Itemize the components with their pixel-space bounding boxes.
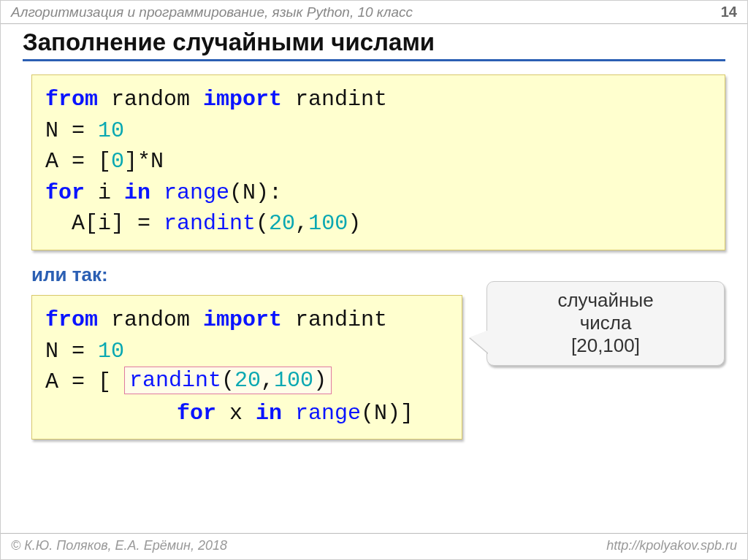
code-text: ( bbox=[221, 368, 234, 393]
code-line: N = 10 bbox=[45, 115, 711, 147]
code-text: A[i] bbox=[45, 211, 124, 236]
code-text: N bbox=[45, 118, 58, 143]
code-text: x bbox=[216, 401, 256, 426]
code-text bbox=[45, 401, 177, 426]
code-line: for x in range(N)] bbox=[45, 398, 449, 429]
code-text: , bbox=[261, 368, 274, 393]
num: 0 bbox=[111, 149, 124, 174]
num: 20 bbox=[269, 211, 295, 236]
code-text: randint bbox=[282, 307, 387, 332]
code-text: (N): bbox=[229, 180, 282, 205]
code-text: ) bbox=[313, 368, 327, 393]
code-text: ) bbox=[348, 211, 361, 236]
code-text: ]*N bbox=[124, 149, 164, 174]
callout-bubble: случайные числа [20,100] bbox=[486, 281, 725, 366]
code-text bbox=[150, 180, 164, 205]
topbar: Алгоритмизация и программирование, язык … bbox=[1, 1, 747, 22]
fn-range: range bbox=[164, 180, 229, 205]
kw-in: in bbox=[124, 180, 150, 205]
num: 100 bbox=[308, 211, 348, 236]
code-line: for i in range(N): bbox=[45, 177, 711, 209]
fn-randint: randint bbox=[164, 211, 256, 236]
code-text: = bbox=[124, 211, 164, 236]
code-line: A[i] = randint(20,100) bbox=[45, 208, 711, 239]
code-line: A = [0]*N bbox=[45, 146, 711, 177]
kw-for: for bbox=[45, 180, 85, 205]
kw-from: from bbox=[45, 87, 98, 112]
code-block-2-wrap: from random import randint N = 10 A = [ … bbox=[23, 295, 725, 440]
code-line: from random import randint bbox=[45, 304, 449, 336]
kw-for: for bbox=[177, 401, 216, 426]
code-text bbox=[282, 401, 295, 426]
code-line: N = 10 bbox=[45, 336, 449, 367]
code-text: random bbox=[98, 87, 203, 112]
code-text: (N)] bbox=[361, 401, 413, 426]
kw-import: import bbox=[203, 307, 282, 332]
num: 10 bbox=[98, 118, 124, 143]
kw-in: in bbox=[256, 401, 282, 426]
footer: © К.Ю. Поляков, Е.А. Ерёмин, 2018 http:/… bbox=[1, 533, 747, 559]
callout-line: случайные bbox=[495, 289, 717, 312]
content: Заполнение случайными числами from rando… bbox=[1, 24, 747, 533]
code-block-1: from random import randint N = 10 A = [0… bbox=[31, 74, 725, 250]
code-text: randint bbox=[282, 87, 387, 112]
code-text: = bbox=[58, 118, 98, 143]
inline-highlight: randint(20,100) bbox=[124, 367, 332, 394]
code-text: , bbox=[295, 211, 308, 236]
code-text: N bbox=[45, 339, 58, 364]
code-text: random bbox=[98, 307, 203, 332]
code-text: = bbox=[58, 339, 98, 364]
fn-range: range bbox=[295, 401, 361, 426]
callout-line: числа bbox=[495, 312, 717, 334]
num: 100 bbox=[274, 368, 313, 393]
footer-copyright: © К.Ю. Поляков, Е.А. Ерёмин, 2018 bbox=[11, 538, 227, 553]
code-text: A bbox=[45, 369, 58, 394]
callout-tail-icon bbox=[470, 330, 489, 353]
page-number: 14 bbox=[721, 4, 737, 20]
code-text: i bbox=[85, 180, 124, 205]
fn-randint: randint bbox=[129, 368, 221, 393]
callout-line: [20,100] bbox=[495, 334, 717, 357]
slide: Алгоритмизация и программирование, язык … bbox=[0, 0, 748, 560]
page-title: Заполнение случайными числами bbox=[23, 28, 725, 61]
code-text: A bbox=[45, 149, 58, 174]
code-line: A = [ randint(20,100) bbox=[45, 367, 449, 398]
code-text: ( bbox=[256, 211, 269, 236]
code-line: from random import randint bbox=[45, 84, 711, 115]
breadcrumb: Алгоритмизация и программирование, язык … bbox=[11, 4, 413, 20]
code-text: = [ bbox=[58, 149, 111, 174]
code-block-2: from random import randint N = 10 A = [ … bbox=[31, 295, 462, 440]
code-text: = [ bbox=[58, 369, 124, 394]
kw-from: from bbox=[45, 307, 98, 332]
kw-import: import bbox=[203, 87, 282, 112]
num: 20 bbox=[234, 368, 261, 393]
num: 10 bbox=[98, 339, 124, 364]
footer-url: http://kpolyakov.spb.ru bbox=[606, 538, 737, 553]
